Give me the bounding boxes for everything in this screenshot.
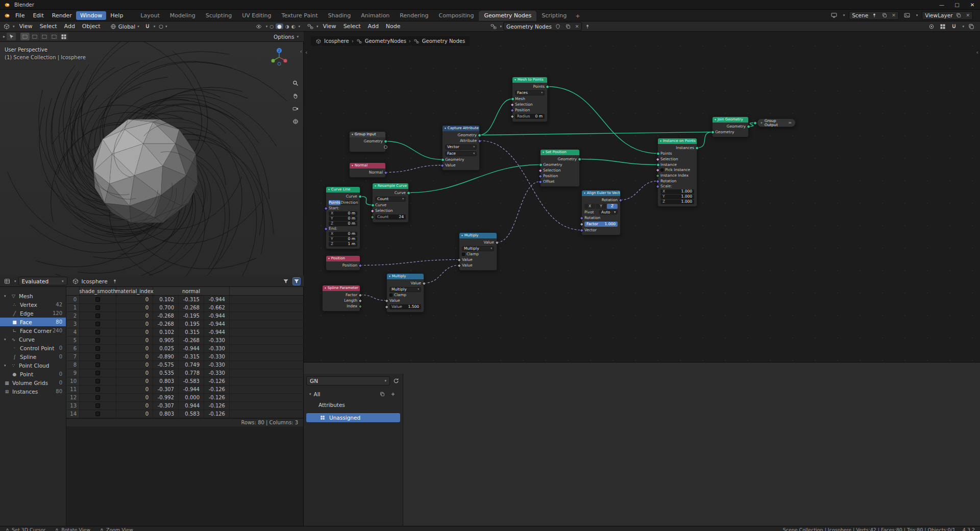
vector-field-y[interactable]: Y0 m <box>329 237 357 242</box>
node-curve-line[interactable]: ▾Curve LineCurvePointsDirectionStart:X0 … <box>326 186 360 249</box>
node-mesh-to-points[interactable]: ▾Mesh to PointsPointsFaces▾MeshSelection… <box>512 77 548 122</box>
active-tool-icon[interactable] <box>7 33 16 40</box>
node-header[interactable]: ▾Set Position <box>541 150 579 155</box>
node-header[interactable]: ▾Join Geometry <box>713 117 748 123</box>
collapse-chevron-icon[interactable]: ▾ <box>352 164 353 167</box>
catalog-unassigned[interactable]: Unassigned <box>306 413 400 422</box>
overlays-eye-icon[interactable] <box>255 22 263 31</box>
shade-smooth-checkbox[interactable] <box>95 346 100 351</box>
socket-multiply-b.out.0[interactable] <box>422 281 426 285</box>
nodetree-browse-icon[interactable] <box>489 22 498 31</box>
dropdown-multiply[interactable]: Multiply▾ <box>389 287 421 292</box>
table-row[interactable]: 500.905-0.268-0.330 <box>66 336 303 345</box>
expand-icon[interactable]: ▾ <box>4 337 8 342</box>
shade-smooth-checkbox[interactable] <box>95 412 100 416</box>
node-align-euler-to-vector[interactable]: ▾Align Euler to VectorRotationXYZPivotAu… <box>581 190 621 235</box>
shade-smooth-checkbox[interactable] <box>95 313 100 318</box>
socket-multiply-a.out.0[interactable] <box>495 240 499 245</box>
scene-unlink-icon[interactable]: ✕ <box>892 13 896 18</box>
shading-material-icon[interactable]: ◑ <box>285 24 289 29</box>
data-tree-item-face[interactable]: ■Face80 <box>0 318 66 326</box>
socket-set-position.in.3[interactable] <box>538 180 542 184</box>
shade-smooth-checkbox[interactable] <box>95 330 100 334</box>
close-button[interactable]: ✕ <box>965 0 980 9</box>
viewport-menu-select[interactable]: Select <box>36 22 61 30</box>
socket-join-geometry.in.0[interactable] <box>711 130 715 134</box>
viewport-menu-object[interactable]: Object <box>79 22 104 30</box>
collapse-chevron-icon[interactable]: ▾ <box>352 133 353 136</box>
proportional-edit-icon[interactable]: ○ <box>159 23 163 29</box>
node-sidebar-toggle[interactable]: ‹ <box>976 49 978 56</box>
dropdown-faces[interactable]: Faces▾ <box>515 90 545 95</box>
scene-browse-icon[interactable] <box>830 11 838 19</box>
scene-selector[interactable]: Scene ✕ <box>849 11 899 20</box>
node-header[interactable]: ▾Position <box>326 256 360 261</box>
node-menu-add[interactable]: Add <box>364 22 382 30</box>
dropdown-vector[interactable]: Vector▾ <box>445 144 477 150</box>
field-value[interactable]: Value1.500 <box>389 304 421 309</box>
editor-type-spreadsheet-icon[interactable] <box>3 277 11 285</box>
select-box-icon[interactable] <box>30 33 39 40</box>
snap-magnet-icon[interactable] <box>143 22 152 31</box>
column-normal[interactable]: normal <box>153 287 230 295</box>
socket-spline-parameter.out.1[interactable] <box>358 299 362 303</box>
node-menu-view[interactable]: View <box>320 22 340 30</box>
node-join-geometry[interactable]: ▾Join GeometryGeometryGeometry <box>712 116 749 137</box>
option-z[interactable]: Z <box>607 204 618 209</box>
blender-menu-icon[interactable] <box>3 11 11 19</box>
node-spline-parameter[interactable]: ▾Spline ParameterFactorLengthIndex <box>322 285 360 311</box>
vector-field-z[interactable]: Z0 m <box>329 222 357 226</box>
collapse-chevron-icon[interactable]: ▾ <box>328 257 330 260</box>
socket-group-input.out.0[interactable] <box>384 139 387 143</box>
tab-compositing[interactable]: Compositing <box>434 11 479 21</box>
select-circle-icon[interactable] <box>40 33 49 40</box>
add-workspace-button[interactable]: + <box>572 11 583 21</box>
socket-group-output.in.0[interactable] <box>753 121 757 125</box>
shading-wireframe-icon[interactable]: ○ <box>270 24 274 29</box>
table-row[interactable]: 600.025-0.944-0.330 <box>66 345 303 353</box>
socket-align-euler-to-vector.in.0[interactable] <box>579 216 583 220</box>
parent-tree-icon[interactable] <box>927 22 936 31</box>
socket-position.out.0[interactable] <box>358 263 362 268</box>
socket-curve-line.out.0[interactable] <box>358 195 362 198</box>
scene-copy-icon[interactable] <box>880 11 889 19</box>
minimize-button[interactable]: — <box>934 0 949 9</box>
socket-spline-parameter.out.2[interactable] <box>358 304 362 308</box>
options-button[interactable]: Options ▾ <box>274 34 299 40</box>
table-row[interactable]: 120-0.9920.000-0.126 <box>66 394 303 402</box>
checkbox-box[interactable] <box>660 168 664 172</box>
node-resample-curve[interactable]: ▾Resample CurveCurveCount▾CurveSelection… <box>372 183 409 223</box>
node-multiply-a[interactable]: ▾MultiplyValueMultiply▾ClampValueValue <box>459 232 497 271</box>
table-row[interactable]: 20-0.268-0.195-0.944 <box>66 312 303 320</box>
node-menu-select[interactable]: Select <box>340 22 364 30</box>
node-capture-attribute[interactable]: ▾Capture AttributeGeometryAttributeVecto… <box>442 125 480 171</box>
table-row[interactable]: 400.1020.315-0.944 <box>66 328 303 336</box>
shade-smooth-checkbox[interactable] <box>95 387 100 392</box>
socket-join-geometry.out.0[interactable] <box>747 125 750 128</box>
collapse-chevron-icon[interactable]: ▾ <box>328 188 330 191</box>
table-row[interactable]: 130-0.3070.944-0.126 <box>66 402 303 410</box>
socket-group-input.out.1[interactable] <box>384 145 387 149</box>
data-tree-item-control-point[interactable]: ◦Control Point0 <box>0 344 66 352</box>
checkbox-clamp[interactable]: Clamp <box>389 293 421 298</box>
orientation-label[interactable]: Global <box>118 23 136 30</box>
node-header[interactable]: ▾Normal <box>350 163 385 168</box>
toggle-projection-icon[interactable] <box>291 117 300 126</box>
node-header[interactable]: ▾Capture Attribute <box>443 126 479 131</box>
socket-curve-line.in.1[interactable] <box>324 227 328 231</box>
node-snap-magnet-icon[interactable] <box>950 22 958 31</box>
node-header[interactable]: ▾Resample Curve <box>373 183 408 189</box>
spreadsheet-pin-icon[interactable] <box>111 277 119 285</box>
option-y[interactable]: Y <box>596 204 606 209</box>
socket-instance-on-points.in.3[interactable] <box>655 168 659 172</box>
checkbox-box[interactable] <box>389 294 393 297</box>
table-row[interactable]: 70-0.890-0.315-0.330 <box>66 353 303 361</box>
tool-expand-icon[interactable]: ▸ <box>3 34 5 39</box>
select-lasso-icon[interactable] <box>50 33 59 40</box>
shade-smooth-checkbox[interactable] <box>95 354 100 359</box>
socket-mesh-to-points.in.3[interactable] <box>510 114 514 118</box>
editor-type-3dview-icon[interactable] <box>3 22 11 31</box>
node-group-input[interactable]: ▾Group InputGeometry <box>349 131 386 152</box>
breadcrumb-item[interactable]: Icosphere <box>324 38 349 44</box>
table-row[interactable]: 1400.8030.583-0.126 <box>66 410 303 418</box>
